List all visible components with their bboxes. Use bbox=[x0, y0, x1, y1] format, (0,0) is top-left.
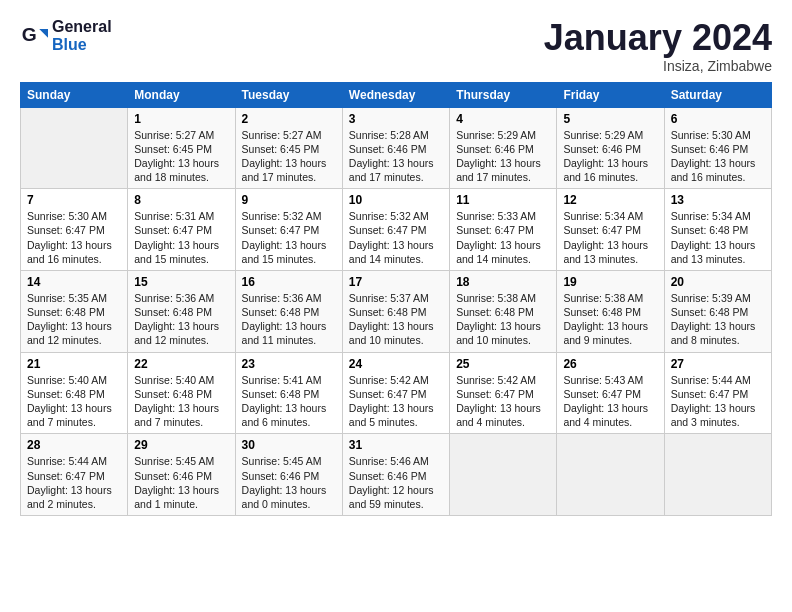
day-content: Sunrise: 5:41 AM Sunset: 6:48 PM Dayligh… bbox=[242, 374, 327, 429]
day-number: 8 bbox=[134, 193, 228, 207]
day-number: 3 bbox=[349, 112, 443, 126]
day-header-monday: Monday bbox=[128, 82, 235, 107]
day-number: 5 bbox=[563, 112, 657, 126]
week-row-3: 21Sunrise: 5:40 AM Sunset: 6:48 PM Dayli… bbox=[21, 352, 772, 434]
day-content: Sunrise: 5:34 AM Sunset: 6:48 PM Dayligh… bbox=[671, 210, 756, 265]
day-header-friday: Friday bbox=[557, 82, 664, 107]
day-content: Sunrise: 5:42 AM Sunset: 6:47 PM Dayligh… bbox=[456, 374, 541, 429]
calendar-cell: 9Sunrise: 5:32 AM Sunset: 6:47 PM Daylig… bbox=[235, 189, 342, 271]
calendar-cell: 14Sunrise: 5:35 AM Sunset: 6:48 PM Dayli… bbox=[21, 270, 128, 352]
svg-text:G: G bbox=[22, 24, 37, 45]
month-title: January 2024 bbox=[544, 18, 772, 58]
day-content: Sunrise: 5:42 AM Sunset: 6:47 PM Dayligh… bbox=[349, 374, 434, 429]
day-content: Sunrise: 5:31 AM Sunset: 6:47 PM Dayligh… bbox=[134, 210, 219, 265]
day-number: 27 bbox=[671, 357, 765, 371]
calendar-cell: 6Sunrise: 5:30 AM Sunset: 6:46 PM Daylig… bbox=[664, 107, 771, 189]
day-header-sunday: Sunday bbox=[21, 82, 128, 107]
calendar-cell: 11Sunrise: 5:33 AM Sunset: 6:47 PM Dayli… bbox=[450, 189, 557, 271]
calendar-cell: 21Sunrise: 5:40 AM Sunset: 6:48 PM Dayli… bbox=[21, 352, 128, 434]
calendar-cell: 2Sunrise: 5:27 AM Sunset: 6:45 PM Daylig… bbox=[235, 107, 342, 189]
day-number: 31 bbox=[349, 438, 443, 452]
calendar-cell: 1Sunrise: 5:27 AM Sunset: 6:45 PM Daylig… bbox=[128, 107, 235, 189]
calendar-cell bbox=[557, 434, 664, 516]
day-number: 16 bbox=[242, 275, 336, 289]
day-content: Sunrise: 5:40 AM Sunset: 6:48 PM Dayligh… bbox=[27, 374, 112, 429]
location-subtitle: Insiza, Zimbabwe bbox=[544, 58, 772, 74]
header-row: SundayMondayTuesdayWednesdayThursdayFrid… bbox=[21, 82, 772, 107]
day-number: 17 bbox=[349, 275, 443, 289]
week-row-0: 1Sunrise: 5:27 AM Sunset: 6:45 PM Daylig… bbox=[21, 107, 772, 189]
day-header-wednesday: Wednesday bbox=[342, 82, 449, 107]
day-content: Sunrise: 5:32 AM Sunset: 6:47 PM Dayligh… bbox=[242, 210, 327, 265]
day-number: 15 bbox=[134, 275, 228, 289]
calendar-cell: 18Sunrise: 5:38 AM Sunset: 6:48 PM Dayli… bbox=[450, 270, 557, 352]
day-number: 30 bbox=[242, 438, 336, 452]
day-number: 18 bbox=[456, 275, 550, 289]
week-row-2: 14Sunrise: 5:35 AM Sunset: 6:48 PM Dayli… bbox=[21, 270, 772, 352]
day-number: 26 bbox=[563, 357, 657, 371]
logo-icon: G bbox=[20, 22, 48, 50]
calendar-cell bbox=[450, 434, 557, 516]
day-number: 2 bbox=[242, 112, 336, 126]
day-content: Sunrise: 5:45 AM Sunset: 6:46 PM Dayligh… bbox=[134, 455, 219, 510]
calendar-cell: 29Sunrise: 5:45 AM Sunset: 6:46 PM Dayli… bbox=[128, 434, 235, 516]
day-number: 1 bbox=[134, 112, 228, 126]
day-content: Sunrise: 5:37 AM Sunset: 6:48 PM Dayligh… bbox=[349, 292, 434, 347]
calendar-cell: 27Sunrise: 5:44 AM Sunset: 6:47 PM Dayli… bbox=[664, 352, 771, 434]
day-number: 25 bbox=[456, 357, 550, 371]
logo: G General Blue bbox=[20, 18, 112, 53]
calendar-cell: 12Sunrise: 5:34 AM Sunset: 6:47 PM Dayli… bbox=[557, 189, 664, 271]
header: G General Blue January 2024 Insiza, Zimb… bbox=[20, 18, 772, 74]
calendar-cell: 22Sunrise: 5:40 AM Sunset: 6:48 PM Dayli… bbox=[128, 352, 235, 434]
day-content: Sunrise: 5:40 AM Sunset: 6:48 PM Dayligh… bbox=[134, 374, 219, 429]
day-header-thursday: Thursday bbox=[450, 82, 557, 107]
day-content: Sunrise: 5:44 AM Sunset: 6:47 PM Dayligh… bbox=[27, 455, 112, 510]
day-content: Sunrise: 5:29 AM Sunset: 6:46 PM Dayligh… bbox=[563, 129, 648, 184]
day-number: 19 bbox=[563, 275, 657, 289]
title-block: January 2024 Insiza, Zimbabwe bbox=[544, 18, 772, 74]
calendar-cell: 15Sunrise: 5:36 AM Sunset: 6:48 PM Dayli… bbox=[128, 270, 235, 352]
day-content: Sunrise: 5:32 AM Sunset: 6:47 PM Dayligh… bbox=[349, 210, 434, 265]
day-header-saturday: Saturday bbox=[664, 82, 771, 107]
day-number: 20 bbox=[671, 275, 765, 289]
day-number: 9 bbox=[242, 193, 336, 207]
day-number: 21 bbox=[27, 357, 121, 371]
day-number: 11 bbox=[456, 193, 550, 207]
calendar-cell: 19Sunrise: 5:38 AM Sunset: 6:48 PM Dayli… bbox=[557, 270, 664, 352]
calendar-cell: 4Sunrise: 5:29 AM Sunset: 6:46 PM Daylig… bbox=[450, 107, 557, 189]
calendar-cell: 23Sunrise: 5:41 AM Sunset: 6:48 PM Dayli… bbox=[235, 352, 342, 434]
calendar-cell: 20Sunrise: 5:39 AM Sunset: 6:48 PM Dayli… bbox=[664, 270, 771, 352]
day-number: 6 bbox=[671, 112, 765, 126]
day-content: Sunrise: 5:34 AM Sunset: 6:47 PM Dayligh… bbox=[563, 210, 648, 265]
day-number: 14 bbox=[27, 275, 121, 289]
calendar-cell: 24Sunrise: 5:42 AM Sunset: 6:47 PM Dayli… bbox=[342, 352, 449, 434]
day-content: Sunrise: 5:30 AM Sunset: 6:47 PM Dayligh… bbox=[27, 210, 112, 265]
day-number: 23 bbox=[242, 357, 336, 371]
day-number: 29 bbox=[134, 438, 228, 452]
day-content: Sunrise: 5:27 AM Sunset: 6:45 PM Dayligh… bbox=[242, 129, 327, 184]
day-number: 10 bbox=[349, 193, 443, 207]
calendar-cell: 10Sunrise: 5:32 AM Sunset: 6:47 PM Dayli… bbox=[342, 189, 449, 271]
day-number: 28 bbox=[27, 438, 121, 452]
day-content: Sunrise: 5:38 AM Sunset: 6:48 PM Dayligh… bbox=[563, 292, 648, 347]
calendar-cell: 8Sunrise: 5:31 AM Sunset: 6:47 PM Daylig… bbox=[128, 189, 235, 271]
day-content: Sunrise: 5:36 AM Sunset: 6:48 PM Dayligh… bbox=[242, 292, 327, 347]
calendar-cell: 5Sunrise: 5:29 AM Sunset: 6:46 PM Daylig… bbox=[557, 107, 664, 189]
day-content: Sunrise: 5:33 AM Sunset: 6:47 PM Dayligh… bbox=[456, 210, 541, 265]
calendar-cell bbox=[21, 107, 128, 189]
day-content: Sunrise: 5:30 AM Sunset: 6:46 PM Dayligh… bbox=[671, 129, 756, 184]
svg-marker-1 bbox=[39, 29, 48, 38]
week-row-4: 28Sunrise: 5:44 AM Sunset: 6:47 PM Dayli… bbox=[21, 434, 772, 516]
calendar-cell: 7Sunrise: 5:30 AM Sunset: 6:47 PM Daylig… bbox=[21, 189, 128, 271]
calendar-cell: 30Sunrise: 5:45 AM Sunset: 6:46 PM Dayli… bbox=[235, 434, 342, 516]
calendar-cell: 3Sunrise: 5:28 AM Sunset: 6:46 PM Daylig… bbox=[342, 107, 449, 189]
day-content: Sunrise: 5:36 AM Sunset: 6:48 PM Dayligh… bbox=[134, 292, 219, 347]
day-content: Sunrise: 5:35 AM Sunset: 6:48 PM Dayligh… bbox=[27, 292, 112, 347]
day-number: 4 bbox=[456, 112, 550, 126]
day-content: Sunrise: 5:28 AM Sunset: 6:46 PM Dayligh… bbox=[349, 129, 434, 184]
calendar-cell: 25Sunrise: 5:42 AM Sunset: 6:47 PM Dayli… bbox=[450, 352, 557, 434]
day-content: Sunrise: 5:39 AM Sunset: 6:48 PM Dayligh… bbox=[671, 292, 756, 347]
day-number: 13 bbox=[671, 193, 765, 207]
calendar-cell: 13Sunrise: 5:34 AM Sunset: 6:48 PM Dayli… bbox=[664, 189, 771, 271]
page: G General Blue January 2024 Insiza, Zimb… bbox=[0, 0, 792, 526]
